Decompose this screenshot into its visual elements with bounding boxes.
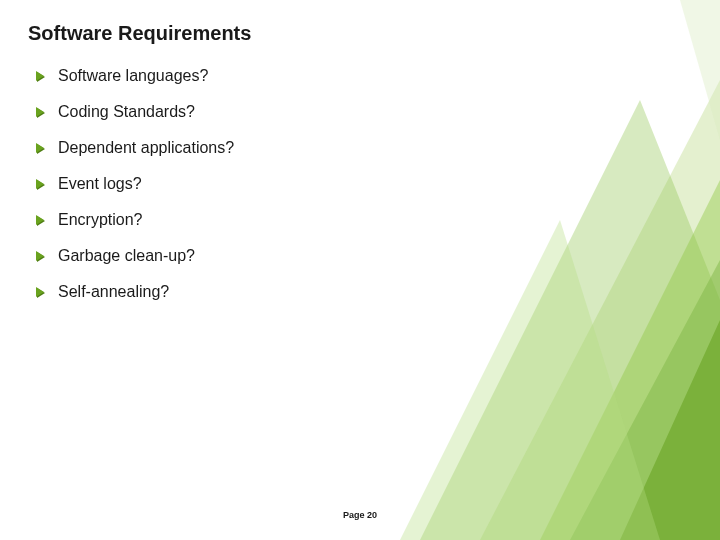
bullet-icon bbox=[36, 251, 44, 261]
bullet-icon bbox=[36, 143, 44, 153]
slide: Software Requirements Software languages… bbox=[0, 0, 720, 540]
bullet-icon bbox=[36, 179, 44, 189]
bullet-list: Software languages? Coding Standards? De… bbox=[28, 67, 692, 301]
bullet-text: Self-annealing? bbox=[58, 283, 169, 301]
svg-marker-3 bbox=[620, 320, 720, 540]
page-title: Software Requirements bbox=[28, 22, 692, 45]
page-number: Page 20 bbox=[343, 510, 377, 520]
bullet-icon bbox=[36, 287, 44, 297]
list-item: Encryption? bbox=[36, 211, 692, 229]
bullet-text: Coding Standards? bbox=[58, 103, 195, 121]
list-item: Software languages? bbox=[36, 67, 692, 85]
bullet-icon bbox=[36, 107, 44, 117]
bullet-icon bbox=[36, 215, 44, 225]
list-item: Event logs? bbox=[36, 175, 692, 193]
bullet-text: Event logs? bbox=[58, 175, 142, 193]
bullet-text: Software languages? bbox=[58, 67, 208, 85]
list-item: Garbage clean-up? bbox=[36, 247, 692, 265]
bullet-text: Dependent applications? bbox=[58, 139, 234, 157]
list-item: Dependent applications? bbox=[36, 139, 692, 157]
list-item: Self-annealing? bbox=[36, 283, 692, 301]
bullet-text: Garbage clean-up? bbox=[58, 247, 195, 265]
svg-marker-4 bbox=[570, 260, 720, 540]
list-item: Coding Standards? bbox=[36, 103, 692, 121]
bullet-icon bbox=[36, 71, 44, 81]
bullet-text: Encryption? bbox=[58, 211, 143, 229]
